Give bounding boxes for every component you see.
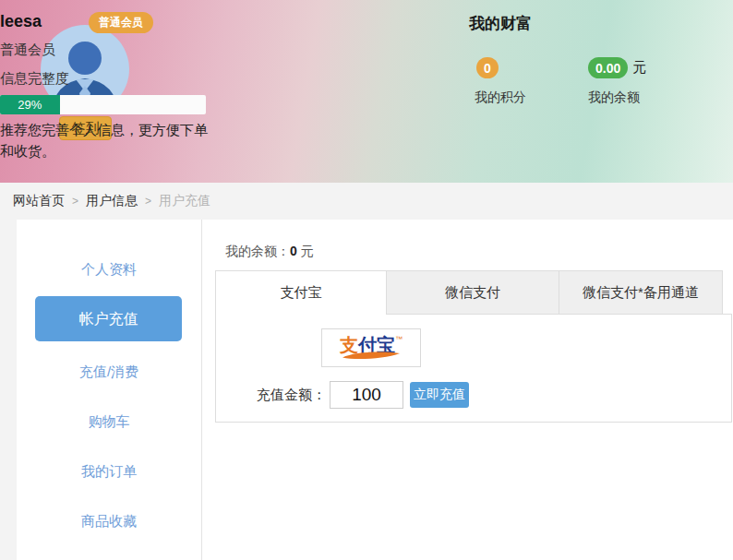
alipay-panel: 支付宝™ 充值金额： 立即充值 [215, 315, 732, 423]
balance-line: 我的余额：0 元 [225, 244, 314, 260]
alipay-trademark: ™ [395, 335, 403, 343]
tab-wechat-pay-backup[interactable]: 微信支付*备用通道 [559, 270, 723, 315]
member-level-badge: 普通会员 [89, 12, 153, 33]
sidebar-item-profile[interactable]: 个人资料 [17, 261, 201, 279]
balance-unit: 元 [632, 59, 646, 77]
main-panel: 我的余额：0 元 支付宝 微信支付 微信支付*备用通道 支付宝™ 充值金额： 立… [202, 220, 733, 560]
recharge-amount-label: 充值金额： [257, 387, 326, 404]
breadcrumb: 网站首页 > 用户信息 > 用户充值 [0, 183, 733, 220]
tab-wechat-pay[interactable]: 微信支付 [387, 270, 559, 315]
breadcrumb-home[interactable]: 网站首页 [13, 193, 65, 209]
sidebar-nav: 个人资料 帐户充值 充值/消费 购物车 我的订单 商品收藏 [17, 220, 202, 560]
content-area: 个人资料 帐户充值 充值/消费 购物车 我的订单 商品收藏 我的余额：0 元 支… [0, 220, 733, 560]
breadcrumb-current: 用户充值 [159, 193, 210, 209]
balance-group: 0.00 元 [588, 57, 646, 78]
breadcrumb-separator: > [145, 195, 151, 208]
member-level-text: 普通会员 [0, 42, 55, 59]
balance-line-unit: 元 [301, 244, 314, 258]
progress-fill: 29% [0, 95, 60, 114]
recharge-now-button[interactable]: 立即充值 [410, 382, 469, 408]
completeness-label: 信息完整度 [0, 70, 69, 88]
sidebar-item-cart[interactable]: 购物车 [17, 413, 201, 431]
alipay-logo-box[interactable]: 支付宝™ [321, 328, 421, 367]
tab-alipay[interactable]: 支付宝 [215, 270, 387, 315]
tabbar-filler [723, 270, 732, 315]
alipay-logo: 支付宝™ [340, 336, 403, 360]
points-badge: 0 [476, 57, 499, 78]
profile-tip: 推荐您完善个人信息，更方便下单 和收货。 [0, 119, 305, 161]
balance-line-value: 0 [290, 244, 297, 258]
balance-line-prefix: 我的余额： [225, 244, 290, 258]
points-label: 我的积分 [475, 89, 526, 106]
completeness-progress: 29% [0, 95, 206, 114]
wealth-title: 我的财富 [469, 13, 532, 34]
recharge-amount-input[interactable] [330, 381, 403, 409]
sidebar-item-history[interactable]: 充值/消费 [17, 363, 201, 381]
tip-line2: 和收货。 [0, 143, 55, 159]
tip-line1: 推荐您完善个人信息，更方便下单 [0, 122, 208, 137]
breadcrumb-user-info[interactable]: 用户信息 [86, 193, 138, 209]
balance-label: 我的余额 [588, 89, 640, 106]
profile-header: 普通会员 签到 leesa 普通会员 信息完整度 29% 推荐您完善个人信息，更… [0, 0, 733, 183]
sidebar-item-orders[interactable]: 我的订单 [17, 463, 201, 481]
sidebar-item-recharge[interactable]: 帐户充值 [35, 296, 182, 341]
sidebar-item-favorites[interactable]: 商品收藏 [17, 513, 201, 530]
left-gutter [0, 220, 17, 560]
breadcrumb-separator: > [72, 195, 78, 208]
balance-badge: 0.00 [588, 57, 628, 78]
recharge-form: 充值金额： 立即充值 [257, 381, 469, 409]
payment-tabs: 支付宝 微信支付 微信支付*备用通道 [215, 270, 732, 315]
alipay-swoosh-icon [341, 351, 402, 360]
username: leesa [0, 12, 42, 31]
